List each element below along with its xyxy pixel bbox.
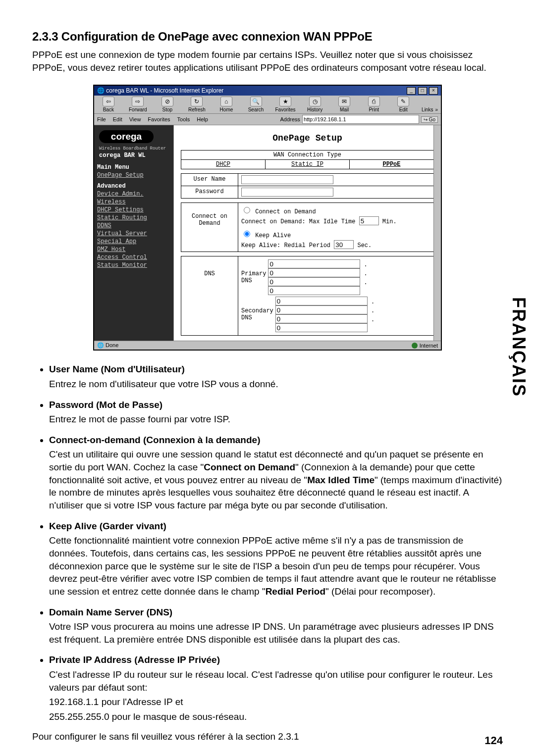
ie-statusbar: 🌐 Done Internet [94,341,441,350]
address-label: Address [280,116,300,122]
field-title: Connect-on-demand (Connexion à la demand… [49,435,260,445]
mail-button[interactable]: ✉Mail [333,97,356,112]
password-input[interactable] [241,188,333,197]
edit-icon: ✎ [397,97,409,106]
go-button[interactable]: ↪ Go [421,116,438,123]
secondary-dns-3[interactable] [275,314,368,323]
home-button[interactable]: ⌂Home [215,97,238,112]
dns-label: DNS [181,256,238,336]
close-icon[interactable]: × [429,87,438,95]
refresh-icon: ↻ [191,97,203,106]
forward-icon: ⇨ [132,97,144,106]
closing-line: Pour configurer le sans fil veuillez vou… [32,731,503,742]
sidebar-item-device-admin[interactable]: Device Admin. [97,191,174,198]
chevron-right-icon: » [435,107,438,112]
stop-icon: ⊘ [161,97,173,106]
sidebar-item-ddns[interactable]: DDNS [97,222,174,229]
tab-pppoe[interactable]: PPPoE [350,160,433,169]
sidebar-item-dmz-host[interactable]: DMZ Host [97,246,174,253]
menu-tools[interactable]: Tools [177,116,190,122]
links-label[interactable]: Links » [422,107,438,112]
main-scrollbar[interactable] [433,125,441,341]
sidebar-item-dhcp-settings[interactable]: DHCP Settings [97,206,174,213]
connect-on-demand-label: Connect on Demand [181,202,238,252]
stop-button[interactable]: ⊘Stop [156,97,179,112]
field-dns: Domain Name Server (DNS) Votre ISP vous … [49,606,503,646]
secondary-dns-4[interactable] [275,323,368,332]
refresh-button[interactable]: ↻Refresh [186,97,209,112]
ka-radio-label: Keep Alive [255,232,291,239]
minimize-icon[interactable]: _ [407,87,416,95]
router-main-pane: OnePage Setup WAN Connection Type DHCP S… [174,125,441,341]
connect-on-demand-radio[interactable] [244,207,250,213]
favorites-button[interactable]: ★Favorites [274,97,297,112]
print-button[interactable]: ⎙Print [363,97,385,112]
sidebar-item-special-app[interactable]: Special App [97,238,174,245]
wan-tabs: DHCP Static IP PPPoE [181,160,434,169]
password-label: Password [181,186,238,199]
ka-line-text: Keep Alive: Redial Period [241,242,330,249]
menu-file[interactable]: File [97,116,106,122]
primary-dns-3[interactable] [268,277,360,286]
edit-button[interactable]: ✎Edit [392,97,415,112]
max-idle-time-input[interactable] [359,216,379,225]
window-titlebar: 🌐 corega BAR WL - Microsoft Internet Exp… [94,86,441,96]
username-input[interactable] [241,175,333,184]
back-button[interactable]: ⇦Back [97,97,120,112]
language-tab: FRANÇAIS [508,297,529,397]
field-title: Domain Name Server (DNS) [49,607,172,617]
cod-line-text: Connect on Demand: Max Idle Time [241,218,355,225]
tab-static-ip[interactable]: Static IP [266,160,350,169]
page-number: 124 [484,734,503,747]
secondary-dns-2[interactable] [275,305,368,314]
primary-dns-2[interactable] [268,268,360,277]
cod-radio-label: Connect on Demand [255,208,316,215]
menu-help[interactable]: Help [197,116,208,122]
field-body: C'est un utilitaire qui ouvre une sessio… [49,448,503,511]
intro-paragraph: PPPoE est une connexion de type modem fo… [32,49,503,74]
globe-icon [412,343,418,349]
search-button[interactable]: 🔍Search [245,97,268,112]
search-icon: 🔍 [250,97,262,106]
ie-screenshot: 🌐 corega BAR WL - Microsoft Internet Exp… [93,85,442,351]
sidebar-item-wireless[interactable]: Wireless [97,199,174,205]
secondary-dns-1[interactable] [275,297,368,305]
primary-dns-1[interactable] [268,259,360,268]
field-title: Private IP Address (Adresse IP Privée) [49,655,220,665]
sidebar-main-menu-head: Main Menu [97,164,174,171]
sidebar-item-static-routing[interactable]: Static Routing [97,214,174,221]
mail-icon: ✉ [338,97,350,106]
keep-alive-radio[interactable] [244,231,250,237]
sidebar-item-onepage-setup[interactable]: OnePage Setup [97,172,174,179]
history-button[interactable]: ◷History [304,97,326,112]
sidebar-item-virtual-server[interactable]: Virtual Server [97,230,174,237]
default-mask-line: 255.255.255.0 pour le masque de sous-rés… [49,710,503,723]
maximize-icon[interactable]: □ [418,87,427,95]
sidebar-advanced-head: Advanced [97,183,174,190]
ka-unit: Sec. [357,242,372,249]
primary-dns-4[interactable] [268,286,360,295]
field-body: Entrez le mot de passe fourni par votre … [49,413,503,426]
field-username: User Name (Nom d'Utilisateur) Entrez le … [49,363,503,390]
redial-period-input[interactable] [334,240,354,249]
window-buttons: _ □ × [406,87,438,95]
corega-logo: corega [99,130,154,143]
status-done: 🌐 Done [97,342,118,349]
tab-dhcp[interactable]: DHCP [181,160,266,169]
forward-button[interactable]: ⇨Forward [127,97,150,112]
router-sidebar: corega Wireless Boardband Router corega … [94,125,174,341]
primary-dns-label: Primary DNS [241,270,266,284]
sidebar-product: corega BAR WL [99,152,174,159]
favorites-icon: ★ [279,97,291,106]
wan-header: WAN Connection Type [181,150,434,160]
section-title: 2.3.3 Configuration de OnePage avec conn… [32,30,503,44]
address-input[interactable] [302,115,419,124]
sidebar-item-status-monitor[interactable]: Status Monitor [97,262,174,269]
cod-unit: Min. [382,218,397,225]
menu-edit[interactable]: Edit [113,116,122,122]
print-icon: ⎙ [368,97,380,106]
page-title: OnePage Setup [181,133,434,143]
menu-favorites[interactable]: Favorites [148,116,170,122]
menu-view[interactable]: View [129,116,141,122]
sidebar-item-access-control[interactable]: Access Control [97,254,174,261]
